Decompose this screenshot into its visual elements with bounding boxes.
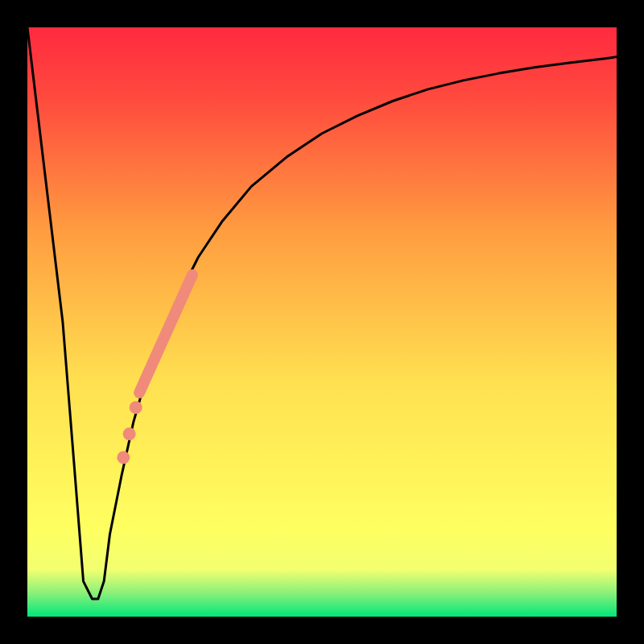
bottleneck-chart: [0, 0, 644, 644]
highlight-dot: [123, 427, 136, 440]
highlight-dot: [130, 401, 142, 414]
highlight-dot: [117, 451, 130, 464]
chart-stage: TheBottleneck.com: [0, 0, 644, 644]
gradient-background: [27, 27, 617, 617]
